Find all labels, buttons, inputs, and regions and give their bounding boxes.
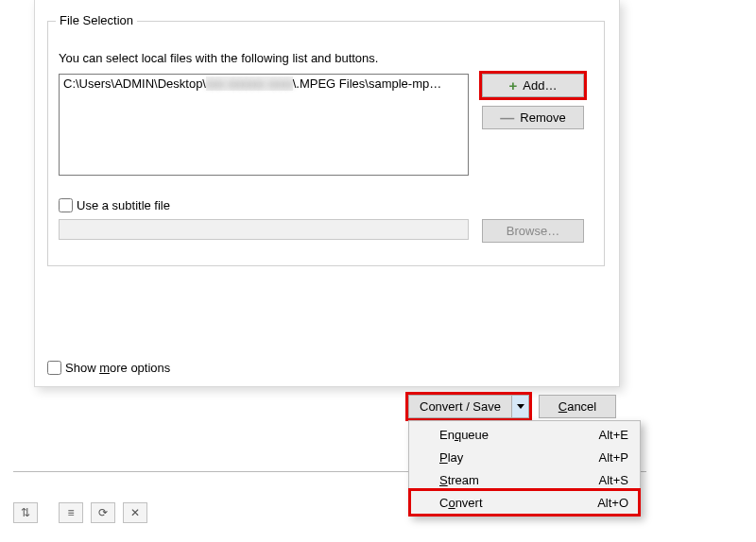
minus-icon: —	[500, 110, 514, 125]
menu-item-play[interactable]: Play Alt+P	[411, 446, 638, 468]
menu-item-label: Stream	[439, 473, 599, 487]
menu-item-enqueue[interactable]: Enqueue Alt+E	[411, 423, 638, 446]
chevron-down-icon	[517, 404, 524, 409]
remove-button[interactable]: — Remove	[482, 106, 584, 129]
show-more-options-checkbox[interactable]	[47, 361, 61, 375]
subtitle-label: Use a subtitle file	[77, 198, 170, 212]
subtitle-checkbox-row[interactable]: Use a subtitle file	[59, 198, 170, 212]
show-more-options-row[interactable]: Show more options	[47, 361, 170, 375]
toolbar-button-2[interactable]: ≡	[59, 502, 83, 523]
add-button-label: Add…	[523, 78, 557, 93]
convert-save-dropdown-toggle[interactable]	[511, 396, 528, 417]
toolbar-button-1[interactable]: ⇅	[13, 502, 38, 523]
file-path-suffix: \.MPEG Files\sample-mp…	[293, 76, 441, 91]
menu-item-shortcut: Alt+P	[599, 450, 628, 465]
plus-icon: +	[509, 78, 518, 93]
file-selection-hint: You can select local files with the foll…	[59, 51, 378, 65]
menu-item-label: Enqueue	[439, 428, 599, 442]
convert-save-menu: Enqueue Alt+E Play Alt+P Stream Alt+S Co…	[408, 420, 641, 517]
group-title: File Selection	[56, 13, 137, 27]
file-path-prefix: C:\Users\ADMIN\Desktop\	[63, 76, 206, 91]
menu-item-label: Convert	[439, 496, 597, 510]
subtitle-checkbox[interactable]	[59, 198, 73, 212]
remove-button-label: Remove	[520, 110, 565, 125]
toolbar-button-3[interactable]: ⟳	[91, 502, 115, 523]
file-path-blurred: xxx xxxxxx xxxx	[206, 76, 293, 91]
bottom-toolbar: ⇅ ≡ ⟳ ✕	[13, 499, 147, 527]
convert-save-button[interactable]: Convert / Save	[408, 395, 529, 418]
cancel-button-label: Cancel	[558, 399, 596, 414]
menu-item-shortcut: Alt+S	[599, 473, 628, 487]
browse-button-label: Browse…	[507, 224, 559, 238]
file-list[interactable]: C:\Users\ADMIN\Desktop\xxx xxxxxx xxxx\.…	[59, 74, 469, 176]
show-more-options-label: Show more options	[65, 361, 170, 375]
toolbar-button-4[interactable]: ✕	[123, 502, 147, 523]
cancel-button[interactable]: Cancel	[539, 395, 616, 418]
browse-button: Browse…	[482, 219, 584, 243]
subtitle-path-input	[59, 219, 469, 240]
menu-item-stream[interactable]: Stream Alt+S	[411, 468, 638, 491]
menu-item-convert[interactable]: Convert Alt+O	[411, 491, 638, 514]
menu-item-shortcut: Alt+E	[599, 428, 628, 442]
menu-item-shortcut: Alt+O	[597, 496, 628, 510]
convert-save-label: Convert / Save	[409, 399, 511, 414]
add-button[interactable]: + Add…	[482, 74, 584, 97]
menu-item-label: Play	[439, 450, 599, 465]
